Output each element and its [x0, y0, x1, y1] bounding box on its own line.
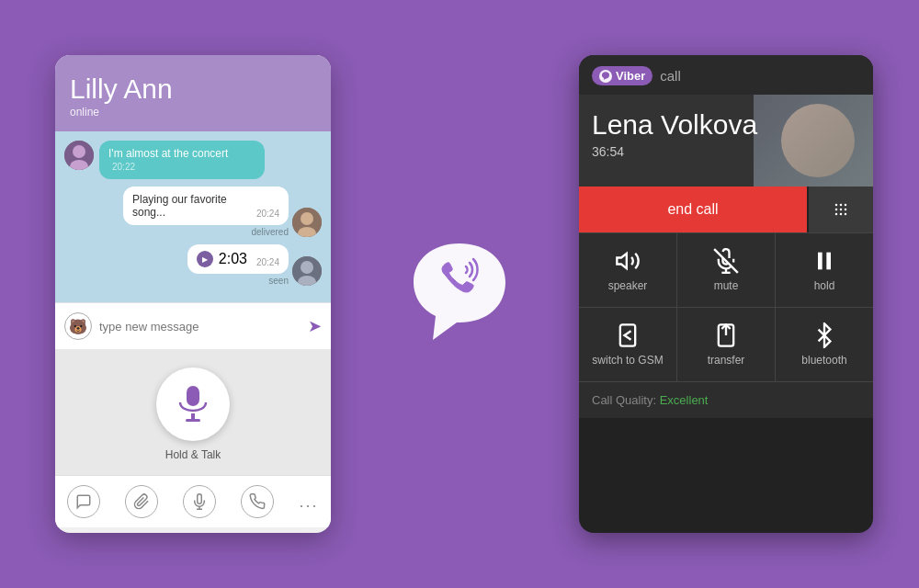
nav-icon-microphone[interactable]: [183, 485, 216, 518]
avatar: [292, 256, 322, 286]
chat-input-area: 🐻 ➤: [55, 302, 331, 349]
bluetooth-button[interactable]: bluetooth: [776, 308, 873, 381]
avatar: [64, 141, 94, 170]
svg-point-18: [835, 209, 838, 211]
call-quality-bar: Call Quality: Excellent: [579, 381, 873, 418]
call-contact-name: Lena Volkova: [592, 109, 860, 141]
hold-button[interactable]: hold: [776, 233, 873, 307]
call-quality-value: Excellent: [660, 393, 709, 407]
svg-point-21: [835, 213, 838, 216]
speaker-icon: [615, 248, 641, 274]
switch-gsm-button[interactable]: switch to GSM: [579, 308, 677, 381]
message-text: Playing our favorite song...: [132, 193, 249, 219]
call-label: call: [660, 68, 681, 84]
svg-rect-9: [187, 386, 199, 406]
svg-point-7: [301, 261, 313, 274]
svg-rect-11: [186, 419, 200, 422]
send-button[interactable]: ➤: [308, 316, 322, 336]
svg-point-1: [73, 145, 85, 158]
play-button[interactable]: ▶: [197, 251, 213, 267]
hold-talk-label: Hold & Talk: [165, 448, 221, 461]
speaker-button[interactable]: speaker: [579, 233, 677, 307]
svg-point-15: [835, 204, 838, 207]
microphone-icon: [176, 384, 210, 424]
control-row-2: switch to GSM transfer bluetooth: [579, 307, 873, 381]
nav-icon-chat[interactable]: [67, 485, 100, 518]
avatar: [292, 208, 322, 237]
viber-center-logo: [395, 230, 524, 358]
transfer-button[interactable]: transfer: [677, 308, 776, 381]
chat-messages: I'm almost at the concert 20:22 Playing …: [55, 131, 331, 302]
emoji-button[interactable]: 🐻: [64, 312, 92, 340]
call-header: Viber call: [579, 55, 873, 95]
call-contact-area: Lena Volkova 36:54: [579, 95, 873, 187]
mute-button[interactable]: mute: [677, 233, 776, 307]
svg-point-23: [845, 213, 847, 216]
svg-marker-24: [617, 254, 627, 268]
message-text: I'm almost at the concert: [108, 147, 228, 160]
transfer-label: transfer: [708, 354, 745, 367]
message-status: seen: [187, 276, 289, 286]
message-status: delivered: [123, 227, 289, 237]
svg-point-4: [301, 212, 313, 225]
keypad-button[interactable]: [809, 187, 873, 232]
svg-point-16: [840, 204, 843, 207]
call-controls: speaker mute hold: [579, 232, 873, 381]
voice-message: ▶ 2:03 20:24: [187, 244, 289, 274]
viber-label: Viber: [616, 69, 645, 83]
message-bubble: Playing our favorite song... 20:24: [123, 187, 289, 225]
message-row: I'm almost at the concert 20:22: [64, 141, 322, 179]
message-time: 20:24: [256, 257, 279, 267]
hold-icon: [811, 248, 837, 274]
bluetooth-icon: [811, 322, 837, 348]
svg-rect-29: [826, 253, 831, 270]
nav-icon-attachment[interactable]: [125, 485, 158, 518]
mute-label: mute: [714, 279, 739, 292]
hold-label: hold: [814, 279, 835, 292]
control-row-1: speaker mute hold: [579, 232, 873, 307]
mute-icon: [713, 248, 739, 274]
svg-rect-28: [818, 253, 823, 270]
right-phone: Viber call Lena Volkova 36:54 end call: [579, 55, 873, 533]
contact-status: online: [70, 106, 316, 119]
message-bubble: I'm almost at the concert 20:22: [99, 141, 265, 179]
left-phone: Lilly Ann online I'm almost at the conce…: [55, 55, 331, 533]
svg-rect-10: [191, 413, 195, 419]
message-row: ▶ 2:03 20:24 seen: [64, 244, 322, 286]
call-duration: 36:54: [592, 144, 860, 159]
bluetooth-label: bluetooth: [801, 354, 846, 367]
switch-gsm-label: switch to GSM: [592, 354, 663, 367]
end-call-button[interactable]: end call: [579, 187, 807, 232]
contact-name: Lilly Ann: [70, 74, 316, 104]
message-time: 20:24: [256, 209, 279, 219]
svg-point-17: [845, 204, 847, 207]
message-time: 20:22: [112, 162, 135, 172]
message-input[interactable]: [99, 320, 301, 334]
svg-point-22: [840, 213, 843, 216]
hold-talk-area: Hold & Talk: [55, 349, 331, 475]
svg-point-19: [840, 209, 843, 211]
nav-icon-phone[interactable]: [241, 485, 274, 518]
nav-more[interactable]: ...: [299, 492, 318, 512]
chat-header: Lilly Ann online: [55, 55, 331, 131]
viber-brand: Viber: [592, 66, 652, 85]
hold-talk-button[interactable]: [156, 368, 230, 441]
call-end-row: end call: [579, 187, 873, 232]
call-quality-label: Call Quality:: [592, 393, 656, 407]
svg-point-20: [845, 209, 847, 211]
switch-gsm-icon: [615, 322, 641, 348]
voice-duration: 2:03: [219, 251, 247, 267]
speaker-label: speaker: [608, 279, 648, 292]
transfer-icon: [713, 322, 739, 348]
bottom-nav: ...: [55, 475, 331, 527]
message-row: Playing our favorite song... 20:24 deliv…: [64, 187, 322, 237]
